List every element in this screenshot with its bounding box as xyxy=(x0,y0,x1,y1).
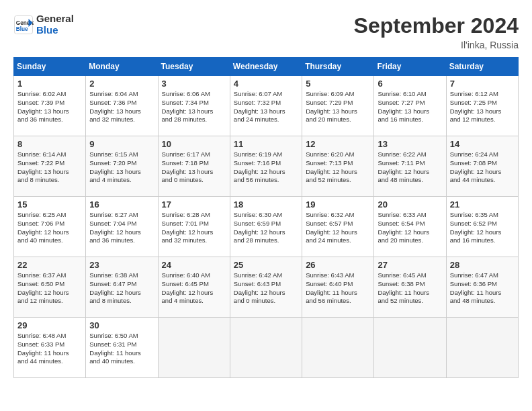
day-number: 23 xyxy=(89,260,154,270)
calendar-cell: 25Sunrise: 6:42 AM Sunset: 6:43 PM Dayli… xyxy=(230,257,302,318)
cell-details: Sunrise: 6:24 AM Sunset: 7:08 PM Dayligh… xyxy=(450,150,515,185)
calendar-cell: 18Sunrise: 6:30 AM Sunset: 6:59 PM Dayli… xyxy=(230,197,302,257)
day-number: 4 xyxy=(234,79,298,89)
calendar-cell: 22Sunrise: 6:37 AM Sunset: 6:50 PM Dayli… xyxy=(14,257,86,318)
calendar-cell: 2Sunrise: 6:04 AM Sunset: 7:36 PM Daylig… xyxy=(86,76,158,136)
cell-details: Sunrise: 6:22 AM Sunset: 7:11 PM Dayligh… xyxy=(378,150,442,185)
calendar-cell: 9Sunrise: 6:15 AM Sunset: 7:20 PM Daylig… xyxy=(86,136,158,197)
calendar-cell: 23Sunrise: 6:38 AM Sunset: 6:47 PM Dayli… xyxy=(86,257,158,318)
col-thursday: Thursday xyxy=(302,58,374,76)
calendar-cell: 4Sunrise: 6:07 AM Sunset: 7:32 PM Daylig… xyxy=(230,76,302,136)
page-header: General Blue General Blue September 2024… xyxy=(13,13,519,50)
calendar-cell: 27Sunrise: 6:45 AM Sunset: 6:38 PM Dayli… xyxy=(374,257,446,318)
col-saturday: Saturday xyxy=(446,58,518,76)
day-number: 19 xyxy=(306,199,370,210)
day-number: 11 xyxy=(234,139,298,149)
col-sunday: Sunday xyxy=(14,58,86,76)
cell-details: Sunrise: 6:07 AM Sunset: 7:32 PM Dayligh… xyxy=(234,90,298,124)
cell-details: Sunrise: 6:32 AM Sunset: 6:57 PM Dayligh… xyxy=(306,211,370,245)
calendar-cell: 3Sunrise: 6:06 AM Sunset: 7:34 PM Daylig… xyxy=(158,76,230,136)
cell-details: Sunrise: 6:10 AM Sunset: 7:27 PM Dayligh… xyxy=(378,90,442,124)
week-row: 29Sunrise: 6:48 AM Sunset: 6:33 PM Dayli… xyxy=(14,318,519,378)
calendar-cell: 14Sunrise: 6:24 AM Sunset: 7:08 PM Dayli… xyxy=(446,136,518,197)
col-wednesday: Wednesday xyxy=(230,58,302,76)
calendar-cell: 28Sunrise: 6:47 AM Sunset: 6:36 PM Dayli… xyxy=(446,257,518,318)
day-number: 7 xyxy=(450,79,515,89)
cell-details: Sunrise: 6:14 AM Sunset: 7:22 PM Dayligh… xyxy=(17,150,82,185)
calendar-cell: 24Sunrise: 6:40 AM Sunset: 6:45 PM Dayli… xyxy=(158,257,230,318)
day-number: 28 xyxy=(450,260,515,270)
cell-details: Sunrise: 6:15 AM Sunset: 7:20 PM Dayligh… xyxy=(89,150,154,185)
calendar-cell: 17Sunrise: 6:28 AM Sunset: 7:01 PM Dayli… xyxy=(158,197,230,257)
cell-details: Sunrise: 6:20 AM Sunset: 7:13 PM Dayligh… xyxy=(306,150,370,185)
cell-details: Sunrise: 6:27 AM Sunset: 7:04 PM Dayligh… xyxy=(89,211,154,245)
calendar-cell xyxy=(302,318,374,378)
day-number: 10 xyxy=(162,139,226,149)
week-row: 22Sunrise: 6:37 AM Sunset: 6:50 PM Dayli… xyxy=(14,257,519,318)
day-number: 30 xyxy=(89,320,154,330)
day-number: 12 xyxy=(306,139,370,149)
cell-details: Sunrise: 6:06 AM Sunset: 7:34 PM Dayligh… xyxy=(162,90,226,124)
calendar-cell: 7Sunrise: 6:12 AM Sunset: 7:25 PM Daylig… xyxy=(446,76,518,136)
title-area: September 2024 Il'inka, Russia xyxy=(354,13,519,50)
calendar-cell: 12Sunrise: 6:20 AM Sunset: 7:13 PM Dayli… xyxy=(302,136,374,197)
calendar-cell: 6Sunrise: 6:10 AM Sunset: 7:27 PM Daylig… xyxy=(374,76,446,136)
cell-details: Sunrise: 6:02 AM Sunset: 7:39 PM Dayligh… xyxy=(17,90,82,124)
cell-details: Sunrise: 6:17 AM Sunset: 7:18 PM Dayligh… xyxy=(162,150,226,185)
col-monday: Monday xyxy=(86,58,158,76)
calendar-cell: 13Sunrise: 6:22 AM Sunset: 7:11 PM Dayli… xyxy=(374,136,446,197)
calendar-cell: 15Sunrise: 6:25 AM Sunset: 7:06 PM Dayli… xyxy=(14,197,86,257)
cell-details: Sunrise: 6:47 AM Sunset: 6:36 PM Dayligh… xyxy=(450,271,515,306)
cell-details: Sunrise: 6:45 AM Sunset: 6:38 PM Dayligh… xyxy=(378,271,442,306)
cell-details: Sunrise: 6:28 AM Sunset: 7:01 PM Dayligh… xyxy=(162,211,226,245)
month-title: September 2024 xyxy=(354,13,519,38)
day-number: 14 xyxy=(450,139,515,149)
cell-details: Sunrise: 6:42 AM Sunset: 6:43 PM Dayligh… xyxy=(234,271,298,306)
week-row: 1Sunrise: 6:02 AM Sunset: 7:39 PM Daylig… xyxy=(14,76,519,136)
calendar-cell: 30Sunrise: 6:50 AM Sunset: 6:31 PM Dayli… xyxy=(86,318,158,378)
day-number: 20 xyxy=(378,199,442,210)
calendar-cell: 11Sunrise: 6:19 AM Sunset: 7:16 PM Dayli… xyxy=(230,136,302,197)
cell-details: Sunrise: 6:37 AM Sunset: 6:50 PM Dayligh… xyxy=(17,271,82,306)
day-number: 25 xyxy=(234,260,298,270)
day-number: 15 xyxy=(17,199,82,210)
location: Il'inka, Russia xyxy=(354,40,519,50)
cell-details: Sunrise: 6:04 AM Sunset: 7:36 PM Dayligh… xyxy=(89,90,154,124)
cell-details: Sunrise: 6:50 AM Sunset: 6:31 PM Dayligh… xyxy=(89,332,154,366)
day-number: 18 xyxy=(234,199,298,210)
day-number: 6 xyxy=(378,79,442,89)
calendar-cell: 5Sunrise: 6:09 AM Sunset: 7:29 PM Daylig… xyxy=(302,76,374,136)
calendar-cell xyxy=(446,318,518,378)
cell-details: Sunrise: 6:33 AM Sunset: 6:54 PM Dayligh… xyxy=(378,211,442,245)
logo-text-general: General xyxy=(36,13,74,24)
col-friday: Friday xyxy=(374,58,446,76)
calendar-cell: 8Sunrise: 6:14 AM Sunset: 7:22 PM Daylig… xyxy=(14,136,86,197)
calendar-cell: 26Sunrise: 6:43 AM Sunset: 6:40 PM Dayli… xyxy=(302,257,374,318)
week-row: 8Sunrise: 6:14 AM Sunset: 7:22 PM Daylig… xyxy=(14,136,519,197)
cell-details: Sunrise: 6:48 AM Sunset: 6:33 PM Dayligh… xyxy=(17,332,82,366)
cell-details: Sunrise: 6:09 AM Sunset: 7:29 PM Dayligh… xyxy=(306,90,370,124)
calendar-table: Sunday Monday Tuesday Wednesday Thursday… xyxy=(13,57,519,378)
week-row: 15Sunrise: 6:25 AM Sunset: 7:06 PM Dayli… xyxy=(14,197,519,257)
day-number: 21 xyxy=(450,199,515,210)
calendar-cell: 21Sunrise: 6:35 AM Sunset: 6:52 PM Dayli… xyxy=(446,197,518,257)
svg-text:Blue: Blue xyxy=(16,26,28,32)
day-number: 24 xyxy=(162,260,226,270)
day-number: 16 xyxy=(89,199,154,210)
logo-text-blue: Blue xyxy=(36,24,58,36)
day-number: 29 xyxy=(17,320,82,330)
cell-details: Sunrise: 6:38 AM Sunset: 6:47 PM Dayligh… xyxy=(89,271,154,306)
day-number: 22 xyxy=(17,260,82,270)
cell-details: Sunrise: 6:19 AM Sunset: 7:16 PM Dayligh… xyxy=(234,150,298,185)
logo: General Blue General Blue xyxy=(13,13,74,36)
day-number: 8 xyxy=(17,139,82,149)
cell-details: Sunrise: 6:40 AM Sunset: 6:45 PM Dayligh… xyxy=(162,271,226,306)
cell-details: Sunrise: 6:12 AM Sunset: 7:25 PM Dayligh… xyxy=(450,90,515,124)
calendar-cell xyxy=(158,318,230,378)
day-number: 1 xyxy=(17,79,82,89)
cell-details: Sunrise: 6:43 AM Sunset: 6:40 PM Dayligh… xyxy=(306,271,370,306)
day-number: 5 xyxy=(306,79,370,89)
day-number: 27 xyxy=(378,260,442,270)
calendar-cell xyxy=(230,318,302,378)
logo-icon: General Blue xyxy=(13,15,34,35)
